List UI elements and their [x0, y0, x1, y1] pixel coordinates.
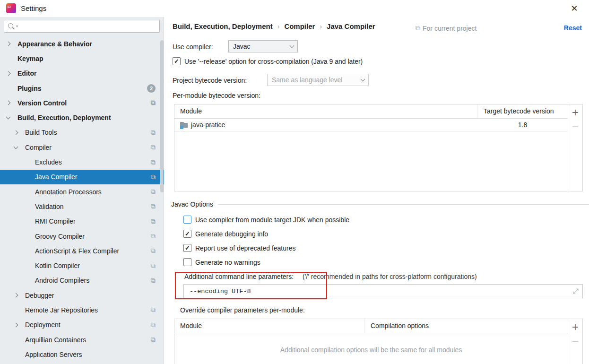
override-label: Override compiler parameters per-module: — [180, 306, 305, 314]
sidebar-item-rmi-compiler[interactable]: RMI Compiler⧉ — [0, 214, 164, 229]
expand-field-icon[interactable]: ⤢ — [573, 287, 579, 295]
sidebar-item-java-compiler[interactable]: Java Compiler⧉ — [0, 170, 164, 184]
report-use-of-deprecated-features-checkbox[interactable]: ✓ — [183, 244, 191, 252]
use-compiler-from-module-target-jdk-when-possible-checkbox[interactable] — [183, 216, 191, 224]
chevron-right-icon[interactable] — [14, 131, 25, 134]
sidebar-item-label: Debugger — [25, 292, 54, 299]
chevron-right-icon — [24, 279, 35, 282]
chevron-right-icon — [14, 353, 25, 356]
use-compiler-value: Javac — [233, 43, 251, 50]
column-header-module[interactable]: Module — [174, 319, 364, 333]
sidebar-item-label: Java Compiler — [35, 173, 77, 181]
remove-override-button[interactable]: − — [572, 336, 579, 350]
search-input[interactable]: ▾ — [4, 20, 160, 33]
sidebar-item-appearance-behavior[interactable]: Appearance & Behavior — [0, 36, 164, 51]
settings-sidebar: ▾ Appearance & BehaviorKeymapEditorPlugi… — [0, 17, 164, 364]
chevron-down-icon[interactable] — [7, 117, 17, 119]
sidebar-item-application-servers[interactable]: Application Servers — [0, 347, 164, 362]
breadcrumb: Build, Execution, Deployment›Compiler›Ja… — [173, 22, 375, 30]
module-name: java-pratice — [191, 121, 225, 129]
chevron-down-icon[interactable] — [14, 147, 25, 148]
sidebar-item-build-execution-deployment[interactable]: Build, Execution, Deployment — [0, 110, 164, 125]
chevron-right-icon[interactable] — [7, 101, 17, 104]
breadcrumb-item-compiler[interactable]: Compiler — [284, 22, 315, 30]
sidebar-item-label: Application Servers — [25, 351, 82, 358]
sidebar-item-debugger[interactable]: Debugger — [0, 288, 164, 303]
sidebar-item-arquillian-containers[interactable]: Arquillian Containers⧉ — [0, 332, 164, 347]
column-header-target[interactable]: Target bytecode version — [477, 104, 568, 118]
table-row[interactable]: java-pratice1.8 — [174, 119, 568, 132]
intellij-logo-icon — [6, 3, 16, 13]
per-project-settings-icon: ⧉ — [151, 188, 156, 196]
chevron-right-icon — [24, 220, 35, 223]
chevron-right-icon[interactable] — [7, 42, 17, 45]
sidebar-item-keymap[interactable]: Keymap — [0, 51, 164, 66]
add-override-button[interactable]: + — [572, 322, 579, 336]
window-title: Settings — [21, 4, 46, 12]
section-divider — [218, 204, 589, 205]
sidebar-item-validation[interactable]: Validation⧉ — [0, 199, 164, 214]
per-project-settings-icon: ⧉ — [151, 232, 156, 240]
column-header-options[interactable]: Compilation options — [364, 319, 568, 333]
close-icon[interactable]: ✕ — [569, 3, 580, 14]
chevron-right-icon[interactable] — [14, 323, 25, 327]
sidebar-item-groovy-compiler[interactable]: Groovy Compiler⧉ — [0, 229, 164, 243]
project-bytecode-value: Same as language level — [272, 76, 342, 84]
sidebar-item-deployment[interactable]: Deployment⧉ — [0, 318, 164, 332]
release-option-checkbox[interactable]: ✓ — [173, 57, 181, 65]
sidebar-item-remote-jar-repositories[interactable]: Remote Jar Repositories⧉ — [0, 303, 164, 317]
params-input[interactable]: --encoding UTF-8 ⤢ — [183, 284, 583, 298]
chevron-right-icon — [24, 175, 35, 179]
sidebar-item-android-compilers[interactable]: Android Compilers⧉ — [0, 273, 164, 288]
sidebar-item-actionscript-flex-compiler[interactable]: ActionScript & Flex Compiler⧉ — [0, 243, 164, 258]
checkbox-label: Report use of deprecated features — [195, 244, 295, 252]
checkbox-label: Use compiler from module target JDK when… — [195, 216, 349, 224]
override-table: Module Compilation options Additional co… — [174, 319, 583, 364]
chevron-right-icon — [24, 234, 35, 238]
per-project-settings-icon: ⧉ — [151, 336, 156, 344]
search-icon — [8, 23, 15, 30]
checkbox-label: Generate no warnings — [195, 259, 260, 266]
chevron-right-icon — [24, 161, 35, 164]
generate-debugging-info-checkbox[interactable]: ✓ — [183, 230, 191, 238]
sidebar-item-plugins[interactable]: Plugins2 — [0, 81, 164, 95]
chevron-right-icon[interactable] — [7, 72, 17, 75]
sidebar-item-compiler[interactable]: Compiler⧉ — [0, 140, 164, 155]
chevron-right-icon[interactable] — [14, 294, 25, 297]
sidebar-item-annotation-processors[interactable]: Annotation Processors⧉ — [0, 184, 164, 199]
sidebar-item-build-tools[interactable]: Build Tools⧉ — [0, 125, 164, 140]
sidebar-item-label: Arquillian Containers — [25, 336, 86, 344]
scope-label: For current project — [423, 25, 476, 32]
generate-no-warnings-checkbox[interactable] — [183, 258, 191, 266]
sidebar-item-excludes[interactable]: Excludes⧉ — [0, 155, 164, 169]
use-compiler-select[interactable]: Javac — [228, 40, 298, 52]
sidebar-item-label: Build Tools — [25, 129, 57, 136]
sidebar-item-version-control[interactable]: Version Control⧉ — [0, 95, 164, 110]
option-row-report-use-of-deprecated-features: ✓Report use of deprecated features — [183, 244, 295, 252]
sidebar-item-editor[interactable]: Editor — [0, 66, 164, 81]
chevron-right-icon — [24, 190, 35, 193]
chevron-right-icon — [24, 264, 35, 268]
params-hint: ('/' recommended in paths for cross-plat… — [303, 273, 477, 280]
sidebar-scrollbar[interactable] — [160, 40, 164, 192]
breadcrumb-separator: › — [277, 23, 280, 30]
plugins-count-badge: 2 — [147, 84, 156, 93]
sidebar-item-label: Excludes — [35, 158, 62, 166]
reset-button[interactable]: Reset — [564, 24, 582, 32]
use-compiler-label: Use compiler: — [173, 43, 213, 51]
params-label: Additional command line parameters: — [184, 273, 294, 280]
remove-module-button[interactable]: − — [572, 121, 579, 136]
per-project-settings-icon: ⧉ — [151, 173, 156, 181]
sidebar-item-label: ActionScript & Flex Compiler — [35, 247, 119, 255]
per-project-settings-icon: ⧉ — [151, 277, 156, 285]
per-project-settings-icon: ⧉ — [151, 247, 156, 255]
column-header-module[interactable]: Module — [174, 104, 477, 118]
table-toolbar: + − — [568, 319, 582, 364]
breadcrumb-item-build-execution-deployment[interactable]: Build, Execution, Deployment — [173, 22, 273, 30]
project-bytecode-select[interactable]: Same as language level — [267, 74, 369, 86]
checkbox-label: Generate debugging info — [195, 230, 268, 238]
sidebar-item-kotlin-compiler[interactable]: Kotlin Compiler⧉ — [0, 258, 164, 273]
add-module-button[interactable]: + — [572, 107, 579, 121]
sidebar-item-label: Plugins — [17, 85, 42, 92]
breadcrumb-item-java-compiler[interactable]: Java Compiler — [327, 22, 375, 30]
